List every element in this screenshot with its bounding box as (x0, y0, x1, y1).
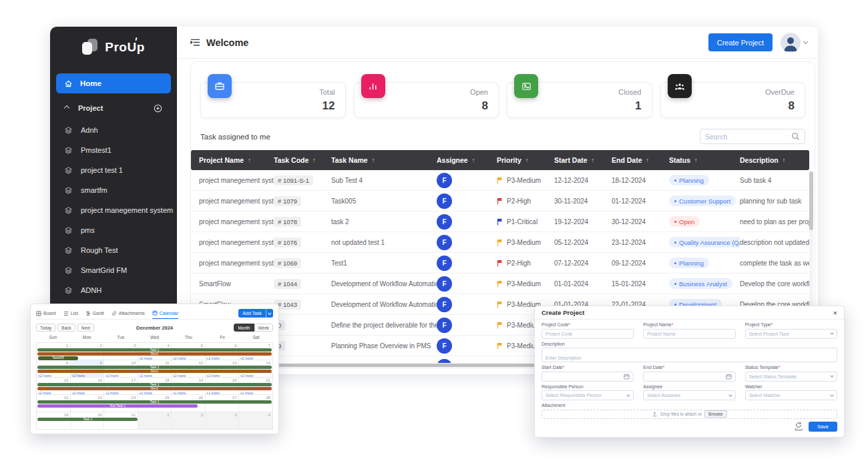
table-row[interactable]: project manegement system # 1069 Test1 F… (191, 253, 809, 274)
end-date-input[interactable] (643, 372, 735, 382)
sidebar-item-project[interactable]: Rough Test (50, 240, 177, 260)
calendar-event-bar[interactable]: Sub Task 1 (37, 404, 198, 408)
description-textarea[interactable]: Enter Description (541, 348, 837, 362)
assignee-avatar[interactable]: F (437, 173, 452, 188)
more-events-link[interactable]: +1 more (205, 391, 238, 395)
calendar-event-bar[interactable]: Task 1 (37, 348, 271, 352)
more-events-link[interactable]: +2 more (239, 374, 272, 378)
sidebar-item-home[interactable]: Home (56, 73, 171, 93)
more-events-link[interactable]: +2 more (205, 356, 238, 360)
table-row[interactable]: SmartFlow # 1044 Development of Workflow… (191, 274, 809, 294)
tab-calendar[interactable]: Calendar (152, 308, 178, 319)
column-header[interactable]: Status ↑ (669, 156, 740, 164)
calendar-event-bar[interactable]: Dev1 (37, 370, 271, 373)
more-events-link[interactable]: +2 more (138, 356, 171, 360)
column-header[interactable]: Assignee ↑ (437, 156, 497, 164)
project-name-input[interactable]: Project Name (643, 329, 735, 339)
more-events-link[interactable]: +2 more (37, 391, 70, 395)
more-events-link[interactable]: +2 more (205, 374, 238, 378)
tab-attachments[interactable]: Attachments (112, 308, 145, 319)
more-events-link[interactable]: +2 more (138, 374, 171, 378)
file-dropzone[interactable]: Drop files to attach or Browse (541, 410, 837, 419)
assignee-avatar[interactable]: F (437, 338, 452, 354)
project-code-input[interactable]: Project Code (541, 329, 634, 339)
back-button[interactable]: Back (57, 324, 75, 332)
more-events-link[interactable]: +2 more (138, 391, 171, 395)
assignee-avatar[interactable]: F (437, 193, 452, 209)
add-task-button[interactable]: Add Task (238, 309, 273, 318)
column-header[interactable]: End Date ↑ (612, 156, 669, 164)
sidebar-item-project[interactable]: smartfm (50, 180, 177, 200)
column-header[interactable]: Project Name ↑ (199, 156, 274, 164)
vertical-scrollbar-thumb[interactable] (809, 171, 813, 230)
search-input[interactable] (705, 133, 791, 141)
assignee-avatar[interactable]: F (437, 214, 452, 230)
next-button[interactable]: Next (77, 324, 94, 332)
calendar-event-bar[interactable]: Dev1 (37, 352, 271, 356)
assignee-avatar[interactable]: F (437, 256, 452, 271)
calendar-event-bar[interactable]: Task 1 (37, 418, 138, 421)
calendar-event-bar[interactable]: Dev1 (37, 387, 271, 390)
week-view-button[interactable]: Week (254, 324, 274, 332)
sidebar-item-project[interactable]: project manegement system (50, 200, 177, 220)
save-button[interactable]: Save (809, 422, 837, 432)
column-header[interactable]: Start Date ↑ (554, 156, 612, 164)
assignee-avatar[interactable]: F (437, 318, 452, 333)
browse-button[interactable]: Browse (704, 410, 727, 418)
sidebar-item-project[interactable]: project test 1 (50, 160, 177, 180)
sidebar-item-project[interactable]: Pmstest1 (50, 140, 177, 160)
sidebar-item-label: pms (81, 226, 95, 234)
sidebar-item-project[interactable]: pms (50, 220, 177, 240)
reset-button[interactable]: Reset (795, 422, 803, 432)
add-task-dropdown[interactable] (266, 309, 273, 318)
sidebar-group-project[interactable]: Project (56, 98, 171, 118)
more-events-link[interactable]: +2 more (70, 374, 103, 378)
more-events-link[interactable]: +2 more (104, 391, 138, 395)
table-row[interactable]: project manegement system # 1079 Task005… (191, 191, 809, 211)
more-events-link[interactable]: +2 more (172, 374, 205, 378)
more-events-link[interactable]: +1 more (172, 391, 205, 395)
assignee-avatar[interactable]: F (437, 276, 452, 292)
project-type-select[interactable]: Select Project Type (745, 329, 837, 339)
calendar-event-bar[interactable]: Task 1 (37, 400, 271, 404)
add-project-icon[interactable] (154, 104, 162, 113)
search-icon[interactable] (791, 132, 800, 141)
table-row[interactable]: project manegement system # 1076 not upd… (191, 232, 809, 253)
assignee-avatar[interactable]: F (437, 235, 452, 250)
create-project-button[interactable]: Create Project (708, 33, 773, 51)
sidebar-item-project[interactable]: Adnh (50, 120, 177, 140)
today-button[interactable]: Today (36, 324, 55, 332)
calendar-event-bar[interactable]: Task 1 (37, 366, 271, 369)
month-view-button[interactable]: Month (234, 324, 254, 332)
sidebar-item-project[interactable]: ADNH (50, 280, 177, 300)
sort-arrow-icon: ↑ (592, 157, 595, 163)
column-header[interactable]: Description ↑ (740, 156, 811, 164)
more-events-link[interactable]: +2 more (70, 391, 103, 395)
priority-flag-icon (497, 177, 503, 184)
user-avatar-menu[interactable] (781, 33, 807, 53)
menu-indent-icon[interactable] (190, 38, 200, 47)
assignee-select[interactable]: Select Assignee (643, 390, 735, 400)
tab-board[interactable]: Board (36, 308, 56, 319)
more-events-link[interactable]: +2 more (172, 356, 205, 360)
column-header[interactable]: Task Code ↑ (274, 156, 331, 164)
tab-gantt[interactable]: Gantt (85, 308, 104, 319)
task-section-title: Task assigned to me (200, 133, 270, 141)
more-events-link[interactable]: +2 more (104, 374, 138, 378)
table-row[interactable]: project manegement system # 1091-S-1 Sub… (191, 170, 809, 191)
column-header[interactable]: Task Name ↑ (331, 156, 437, 164)
column-header[interactable]: Priority ↑ (497, 156, 554, 164)
assignee-avatar[interactable]: F (437, 297, 452, 312)
start-date-input[interactable] (541, 372, 634, 382)
watcher-select[interactable]: Select Watcher (745, 390, 837, 400)
more-events-link[interactable]: +2 more (37, 374, 70, 378)
more-events-link[interactable]: +1 more (239, 391, 272, 395)
close-icon[interactable]: × (833, 310, 837, 316)
responsible-person-select[interactable]: Select Responsible Person (541, 390, 634, 400)
more-events-link[interactable]: +2 more (239, 356, 272, 360)
calendar-event-bar[interactable]: Task 1 (37, 383, 271, 386)
sidebar-item-project[interactable]: SmartGrid FM (50, 260, 177, 280)
status-template-select[interactable]: Select Status Template (745, 372, 837, 382)
tab-list[interactable]: List (63, 308, 78, 319)
table-row[interactable]: project manegement system # 1078 task 2 … (191, 211, 809, 232)
